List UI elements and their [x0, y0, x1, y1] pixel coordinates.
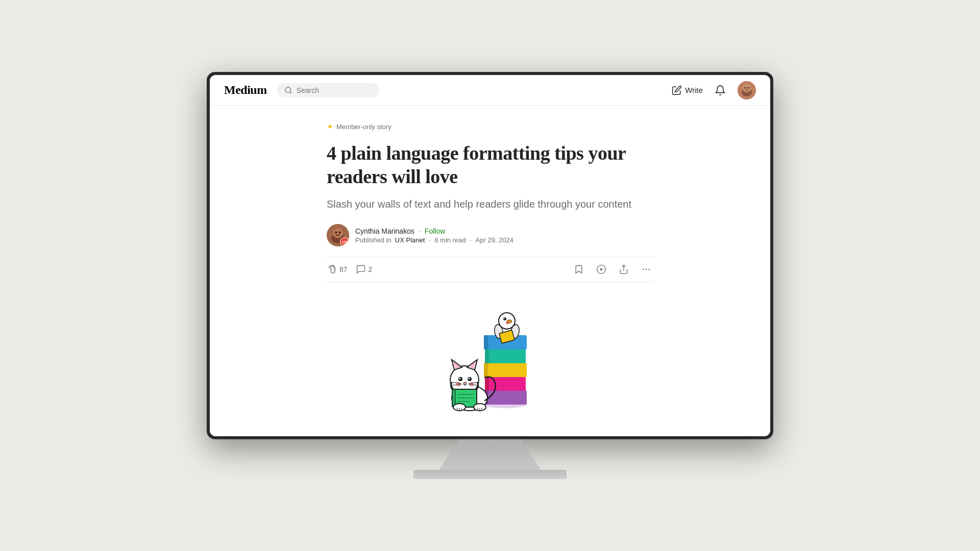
- search-icon: [284, 86, 292, 94]
- more-options-button[interactable]: [639, 262, 653, 277]
- search-bar[interactable]: Search: [277, 83, 379, 97]
- share-icon: [619, 264, 629, 274]
- svg-point-47: [469, 378, 470, 380]
- member-badge: ✦ Member-only story: [327, 122, 653, 132]
- reading-cat-illustration: [424, 304, 556, 416]
- comment-count: 2: [369, 265, 373, 273]
- author-meta: Published in UX Planet · 8 min read · Ap…: [355, 236, 513, 244]
- action-bar: 87 2: [327, 257, 653, 282]
- user-avatar[interactable]: [738, 81, 756, 99]
- bell-icon: [715, 85, 726, 96]
- comment-icon: [356, 264, 366, 274]
- svg-point-5: [745, 87, 746, 88]
- logo: Medium: [224, 83, 267, 97]
- article-container: ✦ Member-only story 4 plain language for…: [316, 106, 664, 436]
- clap-count: 87: [339, 265, 348, 273]
- author-avatar[interactable]: UX: [327, 224, 349, 246]
- navbar: Medium Search Write: [210, 75, 770, 106]
- published-in-label: Published in: [355, 236, 391, 244]
- star-icon: ✦: [327, 122, 333, 132]
- svg-rect-23: [484, 363, 527, 377]
- article-illustration: [327, 298, 653, 416]
- play-icon: [596, 264, 606, 274]
- write-label: Write: [685, 86, 703, 94]
- author-row: UX Cynthia Marinakos · Follow Published …: [327, 224, 653, 246]
- write-icon: [672, 85, 682, 95]
- svg-point-9: [333, 228, 343, 238]
- article-subtitle: Slash your walls of text and help reader…: [327, 196, 653, 212]
- svg-rect-19: [484, 390, 527, 405]
- publish-date: Apr 29, 2024: [475, 236, 513, 244]
- svg-line-1: [290, 92, 291, 93]
- meta-dot-2: ·: [468, 236, 474, 244]
- action-right: [572, 262, 653, 277]
- svg-rect-24: [484, 363, 488, 377]
- svg-point-0: [285, 87, 291, 93]
- svg-rect-26: [485, 349, 489, 363]
- svg-point-4: [743, 84, 751, 92]
- ux-publication-badge: UX: [340, 237, 349, 246]
- article-title: 4 plain language formatting tips your re…: [327, 142, 653, 188]
- monitor-stand: [439, 439, 541, 470]
- dot-separator-1: ·: [419, 227, 421, 235]
- svg-point-34: [504, 318, 505, 319]
- member-text: Member-only story: [336, 123, 391, 131]
- svg-point-45: [459, 378, 461, 380]
- svg-point-6: [748, 87, 749, 88]
- svg-point-17: [649, 269, 650, 270]
- svg-point-33: [503, 317, 506, 320]
- clap-button[interactable]: 87: [327, 264, 348, 274]
- listen-button[interactable]: [594, 262, 608, 277]
- svg-rect-21: [485, 377, 526, 391]
- main-content: ✦ Member-only story 4 plain language for…: [210, 106, 770, 436]
- save-button[interactable]: [572, 262, 586, 277]
- search-placeholder: Search: [297, 86, 319, 94]
- bookmark-icon: [574, 264, 584, 274]
- action-left: 87 2: [327, 264, 372, 274]
- author-info: Cynthia Marinakos · Follow Published in …: [355, 227, 513, 244]
- author-name: Cynthia Marinakos: [355, 227, 414, 235]
- svg-rect-22: [485, 377, 489, 391]
- notifications-button[interactable]: [713, 83, 727, 97]
- follow-button[interactable]: Follow: [425, 227, 445, 235]
- share-button[interactable]: [617, 262, 631, 277]
- navbar-right: Write: [672, 81, 756, 99]
- svg-point-15: [643, 269, 644, 270]
- avatar-image: [738, 81, 756, 99]
- monitor-base: [413, 470, 567, 479]
- svg-marker-13: [600, 268, 603, 271]
- meta-dot-1: ·: [427, 236, 432, 244]
- svg-point-36: [506, 321, 509, 324]
- svg-point-11: [339, 232, 341, 234]
- publication-name: UX Planet: [395, 236, 425, 244]
- svg-rect-25: [485, 349, 526, 363]
- clap-icon: [327, 264, 337, 274]
- svg-point-10: [335, 232, 337, 234]
- read-time: 8 min read: [434, 236, 465, 244]
- ellipsis-icon: [641, 264, 651, 274]
- svg-point-48: [463, 382, 467, 384]
- write-button[interactable]: Write: [672, 85, 703, 95]
- comment-button[interactable]: 2: [356, 264, 373, 274]
- author-name-row: Cynthia Marinakos · Follow: [355, 227, 513, 235]
- svg-rect-28: [484, 335, 488, 349]
- svg-point-16: [646, 269, 647, 270]
